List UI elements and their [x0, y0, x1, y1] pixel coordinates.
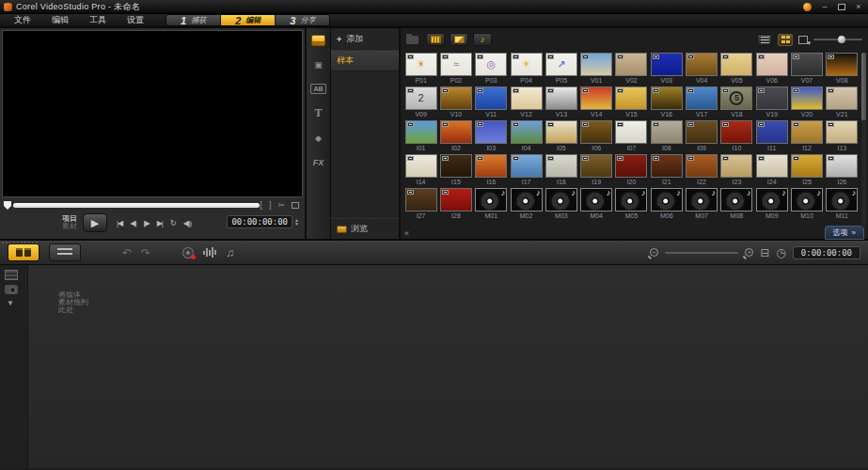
library-thumb-I18[interactable]: I18	[544, 154, 577, 185]
thumbnail-size-slider[interactable]	[813, 39, 862, 40]
split-clip-icon[interactable]: ✂	[277, 200, 285, 210]
filter-icon[interactable]: FX	[309, 154, 328, 170]
library-thumb-V02[interactable]: V02	[615, 53, 648, 84]
library-thumb-M10[interactable]: ♪M10	[790, 188, 823, 219]
library-thumb-I22[interactable]: I22	[685, 154, 718, 185]
preview-timecode[interactable]: 00:00:00:00	[227, 215, 292, 228]
library-thumb-V10[interactable]: V10	[439, 86, 472, 118]
fit-project-icon[interactable]: ⊟	[760, 247, 769, 258]
library-thumb-I11[interactable]: I11	[755, 120, 788, 151]
minimize-button[interactable]: –	[819, 2, 830, 11]
library-thumb-I14[interactable]: I14	[404, 154, 437, 185]
step-tab-1[interactable]: 1捕获	[166, 15, 221, 25]
options-button[interactable]: 选项 »	[825, 226, 864, 240]
redo-button[interactable]: ↷	[141, 247, 150, 258]
library-thumb-M01[interactable]: ♪M01	[475, 188, 508, 219]
library-thumb-I03[interactable]: I03	[475, 120, 508, 151]
step-tab-3[interactable]: 3分享	[276, 15, 329, 25]
library-thumb-M11[interactable]: ♪M11	[826, 188, 859, 219]
help-icon[interactable]	[803, 3, 812, 11]
timeline-zoom-slider[interactable]	[665, 252, 738, 254]
menu-item-1[interactable]: 文件	[6, 13, 39, 27]
instant-project-icon[interactable]: ▣	[309, 56, 328, 72]
library-thumb-M06[interactable]: ♪M06	[650, 188, 683, 219]
library-thumb-V15[interactable]: V15	[615, 86, 648, 118]
library-thumb-I23[interactable]: I23	[720, 154, 753, 185]
mode-clip[interactable]: 素材	[62, 223, 77, 230]
library-thumb-I06[interactable]: I06	[580, 120, 613, 151]
library-thumb-V18[interactable]: 5V18	[720, 86, 753, 118]
track-manager-icon[interactable]	[5, 270, 18, 280]
mark-in-icon[interactable]: [	[260, 200, 262, 210]
graphic-icon[interactable]: ◆	[309, 130, 328, 146]
library-thumb-P02[interactable]: ≈P02	[439, 53, 472, 84]
library-thumb-P03[interactable]: ◎P03	[475, 53, 508, 84]
library-thumb-V05[interactable]: V05	[720, 53, 753, 84]
library-thumb-V13[interactable]: V13	[544, 86, 577, 118]
library-thumb-V03[interactable]: V03	[650, 53, 683, 84]
library-thumb-V20[interactable]: V20	[790, 86, 823, 118]
menu-item-3[interactable]: 工具	[81, 13, 115, 27]
filter-audio-button[interactable]: ♪	[473, 33, 492, 46]
close-button[interactable]: ×	[853, 2, 864, 11]
transport-button-5[interactable]: ↻	[166, 216, 180, 230]
timecode-stepper[interactable]: ▲▼	[294, 218, 299, 226]
zoom-out-icon[interactable]: −	[650, 248, 658, 257]
category-sample[interactable]: 样本	[331, 51, 399, 71]
step-tab-2[interactable]: 2编辑	[221, 15, 276, 25]
library-thumb-I27[interactable]: I27	[404, 188, 437, 219]
library-thumb-I24[interactable]: I24	[755, 154, 788, 185]
library-thumb-M04[interactable]: ♪M04	[580, 188, 613, 219]
video-track[interactable]: 将媒体 素材拖到 此处	[28, 265, 868, 468]
library-thumb-V17[interactable]: V17	[685, 86, 718, 118]
menu-item-2[interactable]: 编辑	[43, 13, 77, 27]
transition-icon[interactable]: AB	[309, 81, 328, 97]
transport-button-2[interactable]: ◀|	[126, 216, 139, 230]
transport-button-3[interactable]: |▶	[139, 216, 152, 230]
library-thumb-I12[interactable]: I12	[790, 120, 823, 151]
video-preview[interactable]	[2, 30, 303, 197]
scrubber-track[interactable]	[13, 203, 260, 208]
filter-video-button[interactable]	[426, 33, 445, 46]
list-view-button[interactable]	[757, 34, 772, 46]
record-capture-icon[interactable]	[182, 247, 194, 258]
duration-clock-icon[interactable]: ◷	[776, 247, 785, 258]
track-chevron-icon[interactable]: ▼	[5, 299, 27, 307]
library-thumb-I16[interactable]: I16	[475, 154, 508, 185]
library-thumb-I19[interactable]: I19	[580, 154, 613, 185]
library-thumb-I28[interactable]: I28	[439, 188, 472, 219]
scrubber-handle[interactable]	[4, 201, 11, 210]
filter-photo-button[interactable]	[450, 33, 468, 46]
collapse-panel-button[interactable]: «	[404, 228, 409, 238]
transport-button-6[interactable]: ◀))	[180, 216, 195, 230]
library-thumb-V16[interactable]: V16	[650, 86, 683, 118]
library-thumb-V07[interactable]: V07	[790, 53, 823, 84]
library-thumb-I01[interactable]: I01	[404, 120, 437, 151]
library-thumb-I08[interactable]: I08	[650, 120, 683, 151]
auto-music-icon[interactable]: ♫	[226, 247, 234, 258]
library-thumb-I17[interactable]: I17	[510, 154, 543, 185]
timeline-view-button[interactable]	[49, 243, 81, 261]
library-thumb-V19[interactable]: V19	[755, 86, 788, 118]
thumbnail-view-button[interactable]	[778, 34, 793, 46]
media-library-icon[interactable]	[309, 32, 328, 48]
library-thumb-P01[interactable]: ☀P01	[404, 53, 437, 84]
title-icon[interactable]: T	[309, 105, 328, 121]
library-thumb-V06[interactable]: V06	[755, 53, 788, 84]
library-thumb-I04[interactable]: I04	[510, 120, 543, 151]
add-folder-button[interactable]: + 添加	[331, 28, 399, 50]
library-thumb-V04[interactable]: V04	[685, 53, 718, 84]
zoom-in-icon[interactable]: +	[745, 248, 753, 257]
play-button[interactable]: ▶	[83, 213, 107, 232]
library-thumb-I25[interactable]: I25	[790, 154, 823, 185]
library-thumb-I09[interactable]: I09	[685, 120, 718, 151]
library-scrollbar[interactable]	[861, 53, 866, 227]
restore-button[interactable]	[838, 4, 845, 10]
library-thumb-P04[interactable]: ☀P04	[510, 53, 543, 84]
library-thumb-M03[interactable]: ♪M03	[544, 188, 577, 219]
sort-button[interactable]	[798, 36, 808, 44]
library-thumb-P05[interactable]: ↗P05	[544, 53, 577, 84]
browse-button[interactable]: 浏览	[331, 218, 399, 239]
library-thumb-V09[interactable]: 2V09	[404, 86, 437, 118]
library-thumb-V21[interactable]: V21	[826, 86, 859, 118]
